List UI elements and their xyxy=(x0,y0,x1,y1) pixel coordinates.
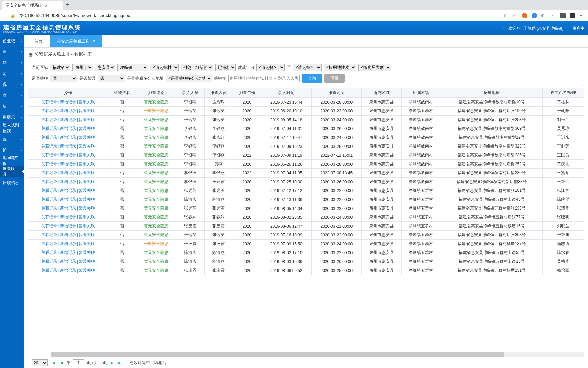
pagesize-select[interactable]: 20 xyxy=(32,359,48,366)
add-record-link[interactable]: 新增记录 xyxy=(60,99,76,104)
pause-link-link[interactable]: 暂缓关联 xyxy=(79,197,95,202)
pause-link-link[interactable]: 暂缓关联 xyxy=(79,126,95,131)
city-select[interactable]: 泉州市 xyxy=(72,64,93,71)
pause-link-link[interactable]: 暂缓关联 xyxy=(79,108,95,113)
town-select[interactable]: 净峰镇 xyxy=(117,64,148,71)
sidebar-item[interactable]: 置▾ xyxy=(0,134,24,144)
add-record-link[interactable]: 新增记录 xyxy=(60,135,76,140)
link-record-link[interactable]: 关联记录 xyxy=(41,135,58,140)
keyword-input[interactable] xyxy=(228,75,300,82)
extension-icon[interactable] xyxy=(570,13,575,18)
multi-addr-select[interactable]: <是否关联多公安地址> xyxy=(166,75,212,82)
year-from-select[interactable]: <请选择> xyxy=(256,64,285,71)
pause-link-link[interactable]: 暂缓关联 xyxy=(79,241,95,246)
pause-link-link[interactable]: 暂缓关联 xyxy=(79,162,95,166)
link-record-link[interactable]: 关联记录 xyxy=(41,99,58,104)
link-record-link[interactable]: 关联记录 xyxy=(41,268,58,273)
add-record-link[interactable]: 新增记录 xyxy=(60,144,76,149)
link-record-link[interactable]: 关联记录 xyxy=(41,215,58,219)
close-icon[interactable]: × xyxy=(45,3,48,9)
sidebar-item[interactable]: 用展示▾ xyxy=(0,112,24,123)
link-record-link[interactable]: 关联记录 xyxy=(41,144,58,149)
link-record-link[interactable]: 关联记录 xyxy=(41,206,58,211)
add-record-link[interactable]: 新增记录 xyxy=(60,215,76,219)
close-icon[interactable]: × xyxy=(93,39,95,44)
next-page-icon[interactable]: ▶ xyxy=(110,361,114,365)
land-type-select[interactable]: <按用地性质> xyxy=(324,64,356,71)
pause-link-link[interactable]: 暂缓关联 xyxy=(79,117,95,122)
star-icon[interactable]: ☆ xyxy=(512,13,518,18)
extension-icon[interactable]: ◐ xyxy=(541,13,546,18)
pause-link-link[interactable]: 暂缓关联 xyxy=(79,179,95,184)
link-record-link[interactable]: 关联记录 xyxy=(41,126,58,131)
sidebar-item[interactable]: 屋关联工具 xyxy=(0,166,24,177)
sidebar-item[interactable]: 理▾ xyxy=(0,46,24,57)
pause-link-link[interactable]: 暂缓关联 xyxy=(79,215,95,219)
add-record-link[interactable]: 新增记录 xyxy=(60,170,76,175)
sidebar-item[interactable]: 查▾ xyxy=(0,90,24,101)
link-record-link[interactable]: 关联记录 xyxy=(41,241,58,246)
link-record-link[interactable]: 关联记录 xyxy=(41,197,58,202)
extension-icon[interactable]: ⋮ xyxy=(551,13,556,18)
pause-link-link[interactable]: 暂缓关联 xyxy=(79,135,95,140)
year-to-select[interactable]: <请选择> xyxy=(293,64,322,71)
home-icon[interactable]: ⌂ xyxy=(3,13,7,19)
sidebar-item[interactable]: 定▾ xyxy=(0,68,24,79)
page-input[interactable] xyxy=(73,359,84,366)
extension-icon[interactable] xyxy=(522,13,527,18)
province-select[interactable]: 福建省 xyxy=(50,64,70,71)
pause-link-link[interactable]: 暂缓关联 xyxy=(79,153,95,157)
pause-link-link[interactable]: 暂缓关联 xyxy=(79,232,95,237)
add-record-link[interactable]: 新增记录 xyxy=(60,250,76,255)
village-select[interactable]: <请选择村> xyxy=(150,64,179,71)
extension-icon[interactable] xyxy=(560,13,566,18)
link-record-link[interactable]: 关联记录 xyxy=(41,188,58,193)
share-icon[interactable]: ⇪ xyxy=(503,13,508,18)
add-record-link[interactable]: 新增记录 xyxy=(60,162,76,166)
extension-icon[interactable] xyxy=(532,13,537,18)
add-record-link[interactable]: 新增记录 xyxy=(60,188,76,193)
reset-button[interactable]: 重置 xyxy=(324,74,345,83)
add-record-link[interactable]: 新增记录 xyxy=(60,268,76,273)
pause-link-link[interactable]: 暂缓关联 xyxy=(79,268,95,273)
sidebar-item[interactable]: 反馈信息 xyxy=(0,177,24,188)
add-record-link[interactable]: 新增记录 xyxy=(60,179,76,184)
pause-link-link[interactable]: 暂缓关联 xyxy=(79,170,95,175)
browser-tab[interactable]: 屋安全信息管理系统 × xyxy=(2,1,63,10)
link-record-link[interactable]: 关联记录 xyxy=(41,153,58,157)
horizontal-scrollbar[interactable] xyxy=(51,352,584,357)
sidebar-item[interactable]: 份登记▾ xyxy=(0,35,24,46)
add-record-link[interactable]: 新增记录 xyxy=(60,232,76,237)
last-page-icon[interactable]: ▶| xyxy=(117,361,123,365)
link-record-link[interactable]: 关联记录 xyxy=(41,224,58,228)
url-text[interactable]: 220.160.52.164:9085/super/Framework_chec… xyxy=(19,13,130,18)
pause-link-link[interactable]: 暂缓关联 xyxy=(79,99,95,104)
sidebar-item[interactable]: 护▾ xyxy=(0,144,24,155)
link-record-link[interactable]: 关联记录 xyxy=(41,179,58,184)
temp-select[interactable]: 否 xyxy=(98,75,125,82)
county-select[interactable]: 惠安县 xyxy=(95,64,115,71)
linked-select[interactable]: 否 xyxy=(50,75,77,82)
sidebar-item[interactable]: 销▾ xyxy=(0,57,24,68)
search-button[interactable]: 查询 xyxy=(302,74,322,83)
add-record-link[interactable]: 新增记录 xyxy=(60,224,76,228)
house-type-select[interactable]: <按房屋类别> xyxy=(358,64,391,71)
pause-link-link[interactable]: 暂缓关联 xyxy=(79,188,95,193)
add-record-link[interactable]: 新增记录 xyxy=(60,241,76,246)
link-record-link[interactable]: 关联记录 xyxy=(41,170,58,175)
pause-link-link[interactable]: 暂缓关联 xyxy=(79,259,95,264)
add-record-link[interactable]: 新增记录 xyxy=(60,259,76,264)
puzzle-icon[interactable]: ✦ xyxy=(579,13,585,18)
user-center-link[interactable]: 用户中 xyxy=(572,26,585,31)
audited-select[interactable]: 已审核 xyxy=(215,64,236,71)
add-record-link[interactable]: 新增记录 xyxy=(60,153,76,157)
pause-link-link[interactable]: 暂缓关联 xyxy=(79,224,95,228)
add-record-link[interactable]: 新增记录 xyxy=(60,108,76,113)
pause-link-link[interactable]: 暂缓关联 xyxy=(79,144,95,149)
tab-link-tool[interactable]: 公安房屋关联工具 × xyxy=(50,35,102,47)
link-record-link[interactable]: 关联记录 xyxy=(41,250,58,255)
pause-link-link[interactable]: 暂缓关联 xyxy=(79,250,95,255)
pause-link-link[interactable]: 暂缓关联 xyxy=(79,206,95,211)
sidebar-item[interactable]: 况▾ xyxy=(0,79,24,90)
sidebar-item[interactable]: 地问题申报 xyxy=(0,155,24,166)
